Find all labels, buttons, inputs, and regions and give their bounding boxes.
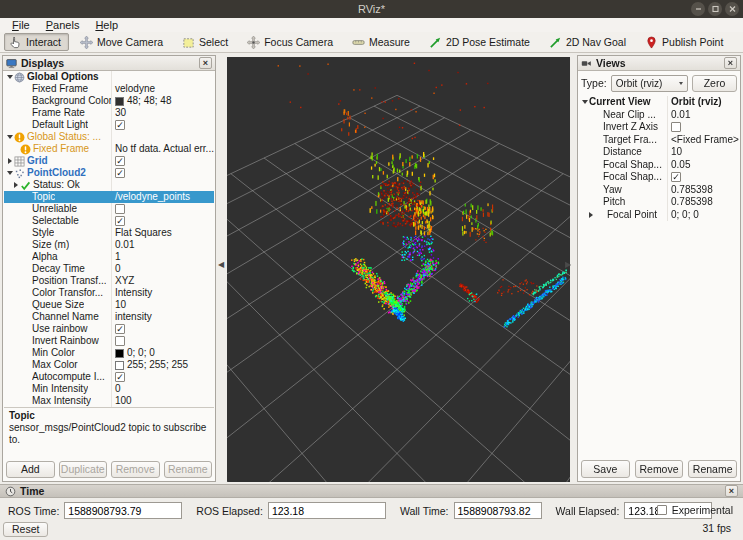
time-close-button[interactable]: × — [725, 485, 738, 497]
property-row[interactable]: Focal Point0; 0; 0 — [579, 209, 739, 222]
collapse-arrow-icon[interactable] — [6, 171, 14, 175]
property-value[interactable]: 100 — [111, 395, 214, 407]
property-row[interactable]: Yaw0.785398 — [579, 184, 739, 197]
3d-viewport[interactable] — [227, 57, 570, 482]
property-value[interactable] — [111, 131, 214, 143]
property-value[interactable]: ✓ — [111, 323, 214, 335]
rename-view-button[interactable]: Rename — [688, 460, 737, 478]
right-splitter-collapse-arrow[interactable]: ▶ — [565, 261, 571, 269]
views-close-button[interactable]: × — [724, 57, 737, 69]
property-value[interactable]: 0; 0; 0 — [667, 209, 739, 222]
tool-2d-nav-goal[interactable]: 2D Nav Goal — [544, 33, 634, 51]
tool-publish-point[interactable]: Publish Point — [640, 33, 731, 51]
tool-interact[interactable]: Interact — [4, 33, 69, 51]
wall-time-input[interactable] — [454, 502, 542, 519]
property-row[interactable]: Frame Rate30 — [4, 107, 214, 119]
property-value[interactable]: velodyne — [111, 83, 214, 95]
menu-file[interactable]: File — [4, 18, 38, 32]
property-row[interactable]: Near Clip ...0.01 — [579, 109, 739, 122]
property-value[interactable]: Orbit (rviz) — [667, 96, 739, 109]
property-row[interactable]: Default Light✓ — [4, 119, 214, 131]
property-row[interactable]: Topic/velodyne_points — [4, 191, 214, 203]
property-value[interactable]: ✓ — [111, 119, 214, 131]
color-swatch[interactable] — [115, 361, 124, 370]
menu-help[interactable]: Help — [87, 18, 126, 32]
property-row[interactable]: Fixed Framevelodyne — [4, 83, 214, 95]
property-row[interactable]: Max Color255; 255; 255 — [4, 359, 214, 371]
property-value[interactable]: 10 — [111, 299, 214, 311]
property-row[interactable]: Use rainbow✓ — [4, 323, 214, 335]
property-value[interactable]: 0.01 — [667, 109, 739, 122]
property-row[interactable]: Color Transfor...Intensity — [4, 287, 214, 299]
property-value[interactable]: <Fixed Frame> — [667, 134, 739, 147]
menu-panels[interactable]: Panels — [38, 18, 88, 32]
property-row[interactable]: Autocompute I...✓ — [4, 371, 214, 383]
displays-panel-header[interactable]: Displays × — [3, 56, 215, 71]
view-type-combobox[interactable]: Orbit (rviz) — [611, 75, 688, 92]
property-row[interactable]: Decay Time0 — [4, 263, 214, 275]
property-value[interactable] — [111, 179, 214, 191]
property-row[interactable]: Global Status: ... — [4, 131, 214, 143]
left-splitter-collapse-arrow[interactable]: ◀ — [218, 261, 224, 269]
color-swatch[interactable] — [115, 349, 124, 358]
remove-display-button[interactable]: Remove — [111, 461, 160, 478]
property-value[interactable] — [111, 71, 214, 83]
property-row[interactable]: Invert Z Axis — [579, 121, 739, 134]
title-bar[interactable]: RViz* — [0, 0, 743, 18]
checkbox-unchecked[interactable] — [115, 204, 125, 214]
property-value[interactable]: ✓ — [667, 171, 739, 184]
maximize-button[interactable] — [708, 2, 722, 16]
expand-arrow-icon[interactable] — [6, 158, 14, 164]
ros-elapsed-input[interactable] — [268, 502, 386, 519]
property-row[interactable]: Queue Size10 — [4, 299, 214, 311]
minimize-button[interactable] — [691, 2, 705, 16]
property-value[interactable]: 48; 48; 48 — [111, 95, 214, 107]
property-row[interactable]: Selectable✓ — [4, 215, 214, 227]
property-row[interactable]: Alpha1 — [4, 251, 214, 263]
collapse-arrow-icon[interactable] — [581, 100, 589, 104]
add-display-button[interactable]: Add — [6, 461, 55, 478]
checkbox-checked[interactable]: ✓ — [115, 156, 125, 166]
property-value[interactable] — [111, 203, 214, 215]
property-value[interactable]: ✓ — [111, 155, 214, 167]
property-value[interactable]: intensity — [111, 311, 214, 323]
time-panel-header[interactable]: Time × — [0, 484, 743, 498]
property-value[interactable]: 1 — [111, 251, 214, 263]
property-value[interactable]: ✓ — [111, 167, 214, 179]
property-value[interactable]: 0 — [111, 263, 214, 275]
tool-focus-camera[interactable]: Focus Camera — [242, 33, 341, 51]
property-row[interactable]: Global Options — [4, 71, 214, 83]
property-row[interactable]: Current ViewOrbit (rviz) — [579, 96, 739, 109]
property-row[interactable]: Max Intensity100 — [4, 395, 214, 407]
checkbox-checked[interactable]: ✓ — [115, 324, 125, 334]
property-value[interactable]: 30 — [111, 107, 214, 119]
color-swatch[interactable] — [115, 97, 124, 106]
property-row[interactable]: Distance10 — [579, 146, 739, 159]
property-row[interactable]: Min Color0; 0; 0 — [4, 347, 214, 359]
collapse-arrow-icon[interactable] — [6, 75, 14, 79]
zero-button[interactable]: Zero — [692, 75, 737, 92]
expand-arrow-icon[interactable] — [587, 212, 595, 218]
property-row[interactable]: Fixed FrameNo tf data. Actual err... — [4, 143, 214, 155]
property-value[interactable]: 0.785398 — [667, 184, 739, 197]
checkbox-checked[interactable]: ✓ — [115, 168, 125, 178]
property-row[interactable]: StyleFlat Squares — [4, 227, 214, 239]
property-row[interactable]: Position Transf...XYZ — [4, 275, 214, 287]
expand-arrow-icon[interactable] — [12, 182, 20, 188]
property-value[interactable]: 0.785398 — [667, 196, 739, 209]
property-row[interactable]: Background Color48; 48; 48 — [4, 95, 214, 107]
property-row[interactable]: Status: Ok — [4, 179, 214, 191]
remove-view-button[interactable]: Remove — [635, 460, 684, 478]
property-row[interactable]: Focal Shap...0.05 — [579, 159, 739, 172]
property-value[interactable]: No tf data. Actual err... — [111, 143, 214, 155]
property-value[interactable]: XYZ — [111, 275, 214, 287]
tool-select[interactable]: Select — [177, 33, 236, 51]
checkbox-unchecked[interactable] — [115, 336, 125, 346]
checkbox-checked[interactable]: ✓ — [115, 216, 125, 226]
property-value[interactable] — [667, 121, 739, 134]
property-value[interactable]: 0.05 — [667, 159, 739, 172]
property-row[interactable]: Channel Nameintensity — [4, 311, 214, 323]
duplicate-display-button[interactable]: Duplicate — [59, 461, 108, 478]
property-value[interactable]: 255; 255; 255 — [111, 359, 214, 371]
property-value[interactable]: 0.01 — [111, 239, 214, 251]
